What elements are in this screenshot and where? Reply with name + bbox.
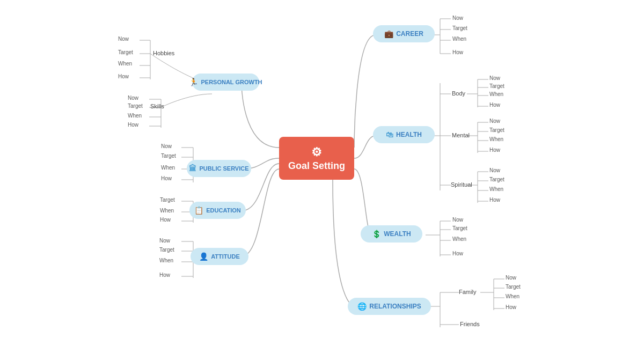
mental-label: Mental bbox=[452, 132, 470, 138]
edu-leaf-target: Target bbox=[160, 197, 175, 203]
personal-growth-icon: 🏃 bbox=[189, 78, 198, 86]
edu-leaf-when: When bbox=[160, 208, 174, 214]
career-leaf-when: When bbox=[452, 36, 466, 42]
mental-leaf-now: Now bbox=[489, 118, 500, 124]
skills-label: Skills bbox=[150, 103, 164, 109]
spiritual-leaf-how: How bbox=[489, 197, 500, 203]
ps-leaf-how: How bbox=[161, 175, 172, 181]
ps-leaf-now: Now bbox=[161, 143, 172, 149]
hobbies-leaf-how: How bbox=[118, 74, 129, 79]
skills-leaf-now: Now bbox=[128, 95, 138, 101]
hobbies-label: Hobbies bbox=[153, 50, 174, 56]
spiritual-leaf-now: Now bbox=[489, 167, 500, 173]
wealth-icon: 💲 bbox=[372, 230, 381, 238]
attitude-node[interactable]: 👤 ATTITUDE bbox=[191, 248, 248, 265]
family-leaf-now: Now bbox=[506, 275, 516, 281]
career-label: CAREER bbox=[396, 30, 423, 38]
body-leaf-how: How bbox=[489, 102, 500, 108]
wealth-leaf-how: How bbox=[452, 251, 463, 256]
friends-label: Friends bbox=[460, 321, 480, 327]
body-leaf-target: Target bbox=[489, 83, 504, 89]
skills-leaf-how: How bbox=[128, 122, 138, 128]
wealth-leaf-target: Target bbox=[452, 225, 467, 231]
health-icon: 🛍 bbox=[386, 130, 393, 139]
mental-leaf-target: Target bbox=[489, 127, 504, 133]
relationships-icon: 🌐 bbox=[357, 302, 367, 311]
public-service-node[interactable]: 🏛 PUBLIC SERVICE bbox=[187, 160, 251, 177]
att-leaf-target: Target bbox=[159, 247, 174, 253]
center-label: Goal Setting bbox=[288, 160, 345, 172]
spiritual-leaf-when: When bbox=[489, 186, 503, 192]
hobbies-leaf-target: Target bbox=[118, 49, 133, 55]
body-label: Body bbox=[452, 90, 465, 97]
ps-leaf-when: When bbox=[161, 165, 175, 171]
wealth-label: WEALTH bbox=[384, 230, 411, 238]
hobbies-leaf-when: When bbox=[118, 61, 132, 67]
family-label: Family bbox=[459, 289, 476, 295]
attitude-icon: 👤 bbox=[199, 252, 208, 261]
career-leaf-target: Target bbox=[452, 25, 467, 31]
career-node[interactable]: 💼 CAREER bbox=[373, 25, 435, 42]
center-node: ⚙ Goal Setting bbox=[279, 137, 354, 180]
goal-setting-icon: ⚙ bbox=[311, 145, 322, 159]
att-leaf-when: When bbox=[159, 258, 173, 263]
health-label: HEALTH bbox=[396, 131, 422, 138]
family-leaf-target: Target bbox=[506, 284, 521, 290]
personal-growth-node[interactable]: 🏃 PERSONAL GROWTH bbox=[192, 74, 259, 91]
career-icon: 💼 bbox=[384, 30, 393, 38]
att-leaf-now: Now bbox=[159, 238, 170, 244]
relationships-node[interactable]: 🌐 RELATIONSHIPS bbox=[348, 298, 431, 315]
att-leaf-how: How bbox=[159, 272, 170, 278]
family-leaf-how: How bbox=[506, 304, 516, 310]
health-node[interactable]: 🛍 HEALTH bbox=[373, 126, 435, 143]
wealth-node[interactable]: 💲 WEALTH bbox=[361, 225, 422, 243]
career-leaf-now: Now bbox=[452, 15, 463, 21]
hobbies-leaf-now: Now bbox=[118, 36, 129, 42]
public-service-icon: 🏛 bbox=[189, 164, 196, 173]
spiritual-leaf-target: Target bbox=[489, 177, 504, 182]
body-leaf-now: Now bbox=[489, 75, 500, 81]
wealth-leaf-when: When bbox=[452, 236, 466, 242]
mental-leaf-when: When bbox=[489, 136, 503, 142]
relationships-label: RELATIONSHIPS bbox=[369, 303, 421, 310]
spiritual-label: Spiritual bbox=[451, 181, 472, 188]
family-leaf-when: When bbox=[506, 293, 519, 299]
education-icon: 📋 bbox=[194, 206, 203, 215]
skills-leaf-target: Target bbox=[128, 103, 143, 109]
body-leaf-when: When bbox=[489, 91, 503, 97]
attitude-label: ATTITUDE bbox=[211, 253, 240, 260]
education-node[interactable]: 📋 EDUCATION bbox=[189, 202, 246, 219]
wealth-leaf-now: Now bbox=[452, 217, 463, 223]
mental-leaf-how: How bbox=[489, 147, 500, 153]
skills-leaf-when: When bbox=[128, 113, 142, 119]
public-service-label: PUBLIC SERVICE bbox=[199, 165, 248, 172]
education-label: EDUCATION bbox=[206, 207, 241, 214]
personal-growth-label: PERSONAL GROWTH bbox=[201, 79, 262, 85]
career-leaf-how: How bbox=[452, 49, 463, 55]
ps-leaf-target: Target bbox=[161, 153, 176, 159]
edu-leaf-how: How bbox=[160, 217, 171, 223]
